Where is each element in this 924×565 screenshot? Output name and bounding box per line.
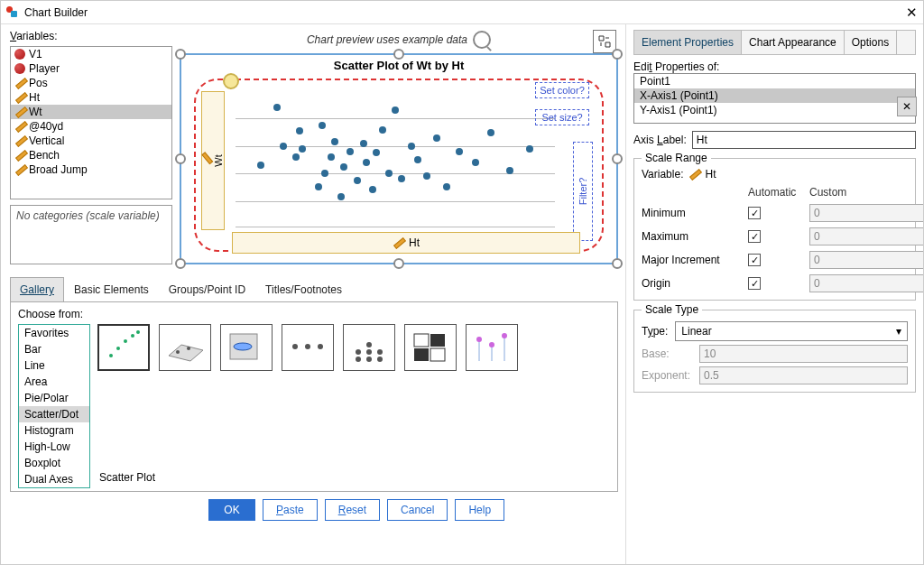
set-color-dropzone[interactable]: Set color? [535, 82, 589, 98]
paste-button[interactable]: Paste [263, 499, 318, 521]
auto-checkbox[interactable] [748, 207, 761, 219]
ruler-icon [14, 121, 25, 132]
auto-checkbox[interactable] [748, 230, 761, 243]
data-point [433, 134, 440, 142]
thumb-simple-scatter[interactable] [97, 324, 150, 371]
data-point [319, 122, 326, 129]
window-title: Chart Builder [24, 6, 891, 19]
variable-item[interactable]: Wt [11, 105, 171, 119]
thumb-3d-scatter[interactable] [159, 324, 211, 371]
auto-checkbox[interactable] [748, 254, 761, 266]
set-size-dropzone[interactable]: Set size? [535, 109, 589, 125]
data-point [331, 138, 338, 145]
tab-groups-point-id[interactable]: Groups/Point ID [159, 277, 255, 301]
ruler-icon [14, 78, 25, 88]
reset-button[interactable]: Reset [325, 499, 380, 521]
chart-type-option[interactable]: Bar [19, 341, 89, 357]
variable-item[interactable]: Ht [11, 90, 171, 105]
chart-type-option[interactable]: Dual Axes [19, 471, 89, 487]
chart-title: Scatter Plot of Wt by Ht [181, 59, 616, 72]
variable-item[interactable]: Pos [11, 76, 171, 90]
axis-label-input[interactable] [692, 131, 916, 149]
tab-gallery[interactable]: Gallery [10, 277, 64, 301]
resize-handle[interactable] [612, 49, 623, 60]
svg-point-4 [136, 330, 140, 334]
property-item[interactable]: X-Axis1 (Point1) [634, 88, 915, 103]
chart-type-option[interactable]: Histogram [19, 422, 89, 439]
svg-point-9 [234, 343, 252, 350]
variable-item[interactable]: @40yd [11, 119, 171, 134]
y-axis-dropzone[interactable]: Wt [201, 91, 225, 230]
data-point [354, 177, 361, 184]
selection-hotspot[interactable] [223, 73, 239, 89]
rtab-chart-appearance[interactable]: Chart Appearance [742, 31, 845, 54]
variable-item[interactable]: Bench [11, 148, 171, 162]
cancel-button[interactable]: Cancel [387, 499, 448, 521]
gallery-panel: Choose from: FavoritesBarLineAreaPie/Pol… [10, 302, 618, 492]
svg-point-29 [502, 333, 507, 338]
chart-type-option[interactable]: Scatter/Dot [19, 406, 89, 422]
auto-checkbox[interactable] [748, 277, 761, 290]
tab-basic-elements[interactable]: Basic Elements [64, 277, 159, 301]
chart-type-option[interactable]: High-Low [19, 439, 89, 455]
scale-range-legend: Scale Range [642, 152, 711, 164]
resize-handle[interactable] [612, 153, 623, 164]
ruler-icon [688, 169, 699, 180]
scale-type-group: Scale Type Type: Linear ▾ Base: Exponent… [633, 310, 916, 393]
resize-handle[interactable] [612, 258, 623, 269]
chart-builder-window: Chart Builder ✕ Variables: V1PlayerPosHt… [0, 0, 924, 565]
svg-point-2 [124, 339, 127, 343]
thumb-grouped-scatter[interactable] [220, 324, 273, 371]
properties-list[interactable]: Point1X-Axis1 (Point1)Y-Axis1 (Point1) [633, 73, 916, 124]
chart-type-option[interactable]: Area [19, 374, 89, 390]
rtab-element-properties[interactable]: Element Properties [634, 31, 742, 54]
thumb-drop-line[interactable] [466, 324, 518, 371]
variable-item[interactable]: Broad Jump [11, 162, 171, 177]
data-point [373, 149, 380, 156]
scale-type-select[interactable]: Linear ▾ [675, 321, 908, 341]
variables-label: Variables: [10, 30, 172, 42]
svg-rect-21 [430, 334, 445, 347]
rtab-options[interactable]: Options [845, 31, 897, 54]
svg-point-11 [305, 344, 310, 349]
data-point [472, 159, 479, 166]
custom-value-input [809, 227, 923, 245]
chart-type-option[interactable]: Favorites [19, 325, 89, 341]
property-item[interactable]: Point1 [634, 74, 915, 88]
resize-handle[interactable] [393, 258, 404, 269]
scale-variable-value: Ht [705, 168, 716, 181]
variable-item[interactable]: Vertical [11, 134, 171, 148]
chart-type-option[interactable]: Pie/Polar [19, 390, 89, 406]
scale-row-label: Minimum [642, 207, 741, 219]
thumb-simple-dot[interactable] [282, 324, 334, 371]
resize-handle[interactable] [175, 258, 186, 269]
plot-area [236, 91, 555, 228]
resize-handle[interactable] [175, 153, 186, 164]
variables-list[interactable]: V1PlayerPosHtWt@40ydVerticalBenchBroad J… [10, 46, 172, 199]
thumb-matrix-scatter[interactable] [404, 324, 457, 371]
data-point [321, 170, 328, 177]
variable-item[interactable]: V1 [11, 47, 171, 61]
data-point [340, 163, 347, 171]
resize-handle[interactable] [393, 49, 404, 60]
x-axis-dropzone[interactable]: Ht [232, 232, 580, 254]
property-item[interactable]: Y-Axis1 (Point1) [634, 103, 915, 117]
filter-dropzone[interactable]: Filter? [573, 142, 593, 241]
help-button[interactable]: Help [455, 499, 504, 521]
delete-property-button[interactable]: ✕ [897, 97, 917, 116]
ruler-icon [393, 237, 403, 248]
resize-handle[interactable] [175, 49, 186, 60]
nominal-icon [14, 49, 25, 60]
close-icon[interactable]: ✕ [891, 5, 918, 21]
chart-type-list[interactable]: FavoritesBarLineAreaPie/PolarScatter/Dot… [18, 324, 90, 488]
chart-type-option[interactable]: Boxplot [19, 455, 89, 471]
svg-rect-22 [414, 348, 429, 361]
tab-titles-footnotes[interactable]: Titles/Footnotes [255, 277, 352, 301]
thumb-stacked-dot[interactable] [343, 324, 395, 371]
variable-item[interactable]: Player [11, 61, 171, 76]
chart-type-option[interactable]: Line [19, 357, 89, 374]
ok-button[interactable]: OK [208, 499, 255, 521]
chart-canvas[interactable]: Scatter Plot of Wt by Ht Wt [180, 53, 618, 264]
preview-header: Chart preview uses example data [180, 30, 618, 50]
svg-point-18 [377, 357, 383, 362]
